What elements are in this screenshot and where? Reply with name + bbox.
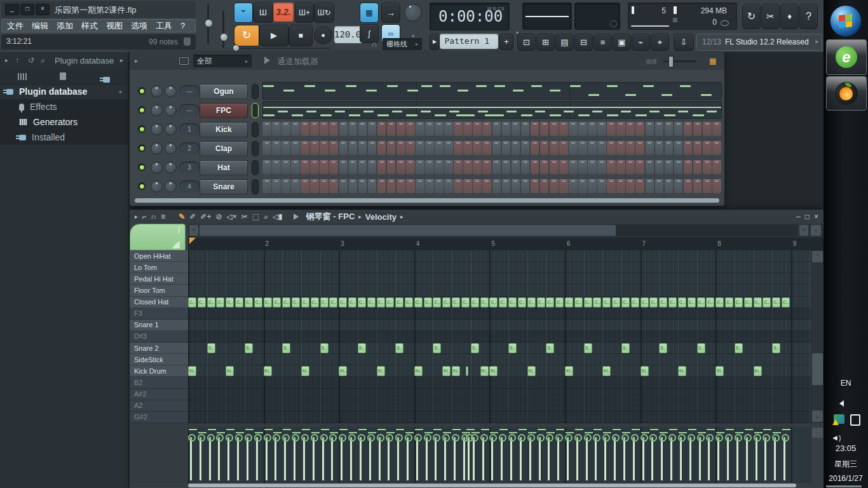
channel-button-kick[interactable]: Kick: [200, 122, 248, 137]
step-cell[interactable]: [559, 179, 568, 193]
note-kick[interactable]: Ki..: [565, 366, 573, 376]
start-button[interactable]: [830, 5, 862, 37]
step-cell[interactable]: [463, 160, 472, 174]
note-closed-hat[interactable]: C..: [555, 297, 564, 308]
step-cell[interactable]: [674, 141, 683, 155]
master-pitch-slider[interactable]: [222, 10, 224, 48]
velocity-handle[interactable]: [574, 434, 582, 442]
velocity-handle[interactable]: [311, 434, 318, 442]
note-closed-hat[interactable]: C..: [744, 297, 752, 308]
step-cell[interactable]: [425, 122, 434, 136]
follow-playback-button[interactable]: →: [381, 3, 400, 23]
velocity-handle[interactable]: [198, 434, 205, 442]
step-cell[interactable]: [502, 122, 511, 136]
pr-key-g-2[interactable]: G#2: [130, 412, 188, 423]
pr-key-d-3[interactable]: D#3: [130, 331, 188, 342]
step-cell[interactable]: [616, 160, 625, 174]
step-cell[interactable]: [646, 160, 654, 174]
pr-note-grid[interactable]: C..C..C..C..C..C..C..C..C..C..C..C..C..C…: [188, 250, 811, 423]
overdub-button[interactable]: Ш+: [295, 3, 314, 23]
scroll-down-button[interactable]: ⌄: [812, 410, 823, 422]
step-cell[interactable]: [559, 141, 568, 155]
step-cell[interactable]: [693, 122, 702, 136]
step-cell[interactable]: [454, 179, 463, 193]
note-closed-hat[interactable]: C..: [631, 297, 639, 308]
menu-item[interactable]: 选项: [131, 20, 147, 32]
clock-date[interactable]: 2016/1/27: [824, 474, 868, 483]
velocity-stem[interactable]: [520, 437, 522, 480]
wait-for-input-button[interactable]: Ш: [253, 3, 273, 23]
tree-item-generators[interactable]: Generators: [0, 114, 128, 130]
step-cell[interactable]: [703, 122, 712, 136]
velocity-stem[interactable]: [510, 437, 512, 480]
rack-scrollbar[interactable]: [135, 198, 719, 203]
step-cell[interactable]: [635, 160, 644, 174]
snap-selector[interactable]: 栅格线 ▸: [383, 38, 422, 50]
step-cell[interactable]: [387, 141, 396, 155]
velocity-stem[interactable]: [275, 437, 276, 480]
step-cell[interactable]: [482, 122, 491, 136]
step-cell[interactable]: [655, 160, 664, 174]
velocity-stem[interactable]: [190, 437, 192, 480]
step-cell[interactable]: [349, 179, 358, 193]
pan-knob[interactable]: [151, 123, 163, 135]
velocity-handle[interactable]: [725, 434, 733, 442]
step-cell[interactable]: [349, 160, 358, 174]
step-cell[interactable]: [406, 160, 415, 174]
step-cell[interactable]: [597, 141, 606, 155]
master-volume-knob[interactable]: [205, 19, 213, 27]
velocity-handle[interactable]: [527, 434, 535, 442]
velocity-stem[interactable]: [407, 437, 409, 480]
taskbar-browser-button[interactable]: e: [826, 39, 867, 75]
step-cell[interactable]: [482, 141, 491, 155]
velocity-stem[interactable]: [435, 437, 437, 480]
step-cell[interactable]: [329, 160, 338, 174]
browser-path[interactable]: Plugin database: [55, 56, 114, 65]
step-cell[interactable]: [502, 179, 511, 193]
magnet-icon[interactable]: ∩: [151, 212, 157, 221]
step-cell[interactable]: [616, 141, 625, 155]
step-cell[interactable]: [492, 141, 501, 155]
step-cell[interactable]: [406, 179, 415, 193]
velocity-handle[interactable]: [772, 434, 780, 442]
up-arrow-icon[interactable]: ↑: [15, 56, 19, 65]
power-icon[interactable]: [850, 414, 860, 426]
sync-button[interactable]: ↻: [742, 4, 761, 29]
velocity-stem[interactable]: [218, 437, 220, 480]
tree-item-effects[interactable]: Effects: [0, 99, 128, 114]
note-kick[interactable]: Ki..: [602, 366, 611, 376]
expand-arrow-icon[interactable]: ▾: [119, 88, 122, 95]
pr-timeline[interactable]: 23456789: [188, 238, 824, 251]
step-cell[interactable]: [416, 122, 424, 136]
select-tool-icon[interactable]: ⬚: [252, 212, 259, 221]
step-cell[interactable]: [616, 122, 625, 136]
step-cell[interactable]: [291, 160, 300, 174]
step-cell[interactable]: [262, 141, 271, 155]
pr-key-floor-tom[interactable]: Floor Tom: [130, 285, 188, 296]
velocity-handle[interactable]: [735, 434, 742, 442]
note-closed-hat[interactable]: C..: [668, 297, 677, 308]
velocity-handle[interactable]: [641, 434, 648, 442]
menu-item[interactable]: 编辑: [32, 20, 48, 32]
step-cell[interactable]: [693, 179, 702, 193]
note-closed-hat[interactable]: C..: [754, 297, 762, 308]
step-cell[interactable]: [712, 179, 721, 193]
step-cell[interactable]: [512, 141, 520, 155]
language-indicator[interactable]: EN: [824, 379, 868, 388]
velocity-stem[interactable]: [313, 437, 315, 480]
step-cell[interactable]: [569, 179, 578, 193]
pr-key-snare-2[interactable]: Snare 2: [130, 342, 188, 354]
velocity-handle[interactable]: [329, 434, 337, 442]
step-cell[interactable]: [358, 160, 367, 174]
master-pitch-knob[interactable]: [220, 33, 228, 41]
metronome-button[interactable]: ⌄: [234, 3, 253, 23]
step-cell[interactable]: [291, 141, 300, 155]
step-cell[interactable]: [291, 122, 300, 136]
velocity-handle[interactable]: [602, 434, 610, 442]
step-cell[interactable]: [339, 141, 348, 155]
velocity-handle[interactable]: [292, 434, 299, 442]
velocity-stem[interactable]: [416, 437, 418, 480]
step-cell[interactable]: [329, 122, 338, 136]
playback-tool-icon[interactable]: ◁▮: [273, 212, 283, 221]
volume-knob[interactable]: [165, 180, 177, 193]
